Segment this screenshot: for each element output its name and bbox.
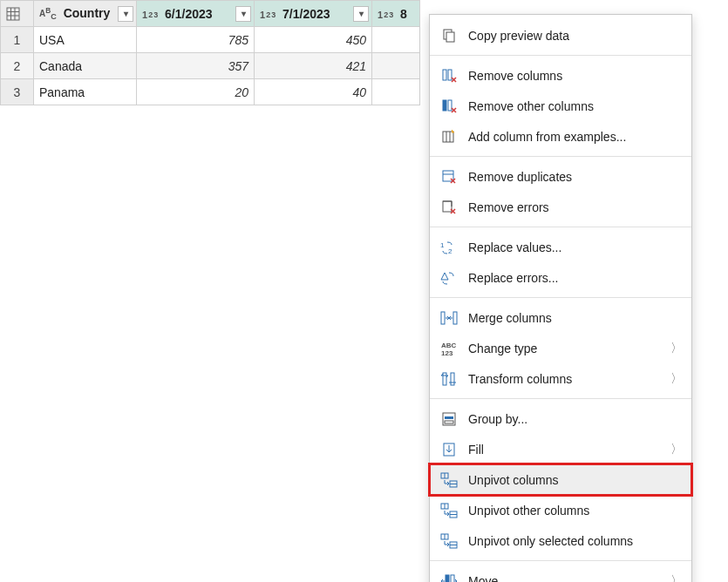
menu-fill[interactable]: Fill 〉 xyxy=(430,434,691,464)
menu-separator xyxy=(430,55,691,56)
data-grid[interactable]: ABC Country ▾ 123 6/1/2023 ▾ 123 7/1/202… xyxy=(0,0,420,105)
number-type-icon: 123 xyxy=(378,10,393,20)
select-all-corner[interactable] xyxy=(1,1,34,27)
menu-label: Change type xyxy=(468,342,683,355)
table-row[interactable]: 1 USA 785 450 xyxy=(1,27,420,53)
svg-rect-7 xyxy=(443,70,446,80)
menu-remove-duplicates[interactable]: Remove duplicates xyxy=(430,161,691,192)
column-filter-button[interactable]: ▾ xyxy=(118,6,133,22)
row-number: 1 xyxy=(1,27,34,53)
menu-copy-preview-data[interactable]: Copy preview data xyxy=(430,20,691,51)
menu-merge-columns[interactable]: Merge columns xyxy=(430,302,691,333)
cell-value[interactable] xyxy=(372,53,420,79)
menu-label: Merge columns xyxy=(468,311,683,325)
column-header-8-1-2023-partial[interactable]: 123 8 xyxy=(372,1,420,27)
remove-other-columns-icon xyxy=(439,98,459,115)
column-filter-button[interactable]: ▾ xyxy=(353,6,369,22)
change-type-icon: ABC123 xyxy=(439,340,459,357)
svg-rect-56 xyxy=(451,575,454,583)
menu-separator xyxy=(430,227,691,227)
column-header-7-1-2023[interactable]: 123 7/1/2023 ▾ xyxy=(255,1,372,27)
svg-rect-22 xyxy=(443,201,452,212)
row-number: 3 xyxy=(1,79,34,105)
merge-columns-icon xyxy=(439,309,459,327)
menu-label: Copy preview data xyxy=(468,29,683,43)
column-label: Country xyxy=(64,6,111,20)
cell-value[interactable] xyxy=(372,79,420,105)
cell-country[interactable]: Canada xyxy=(34,53,137,79)
svg-marker-27 xyxy=(441,273,448,280)
menu-unpivot-other-columns[interactable]: Unpivot other columns xyxy=(430,495,691,525)
menu-label: Add column from examples... xyxy=(468,130,683,144)
menu-move[interactable]: Move 〉 xyxy=(430,565,691,582)
menu-unpivot-columns[interactable]: Unpivot columns xyxy=(430,464,691,495)
cell-value[interactable]: 20 xyxy=(137,79,255,105)
menu-replace-values[interactable]: 12 Replace values... xyxy=(430,232,691,262)
column-label: 6/1/2023 xyxy=(165,7,213,21)
menu-label: Group by... xyxy=(468,412,683,426)
menu-unpivot-only-selected-columns[interactable]: Unpivot only selected columns xyxy=(430,525,691,556)
menu-replace-errors[interactable]: Replace errors... xyxy=(430,262,691,293)
column-filter-button[interactable]: ▾ xyxy=(235,6,251,22)
cell-value[interactable]: 357 xyxy=(137,53,255,79)
table-row[interactable]: 3 Panama 20 40 xyxy=(1,79,420,105)
move-icon xyxy=(439,572,459,583)
cell-country[interactable]: USA xyxy=(34,27,137,53)
transform-columns-icon xyxy=(439,370,459,388)
replace-errors-icon xyxy=(439,269,459,287)
remove-columns-icon xyxy=(439,67,459,85)
menu-group-by[interactable]: Group by... xyxy=(430,403,691,434)
add-column-examples-icon xyxy=(439,128,459,146)
column-label: 7/1/2023 xyxy=(282,7,330,21)
menu-separator xyxy=(430,297,691,298)
svg-rect-8 xyxy=(448,70,452,80)
menu-label: Remove duplicates xyxy=(468,170,683,184)
menu-remove-other-columns[interactable]: Remove other columns xyxy=(430,91,691,121)
menu-remove-columns[interactable]: Remove columns xyxy=(430,60,691,91)
cell-value[interactable]: 40 xyxy=(255,79,372,105)
svg-rect-12 xyxy=(448,100,452,111)
submenu-chevron-icon: 〉 xyxy=(670,573,683,583)
cell-country[interactable]: Panama xyxy=(34,79,137,105)
column-header-6-1-2023[interactable]: 123 6/1/2023 ▾ xyxy=(137,1,255,27)
menu-label: Transform columns xyxy=(468,372,683,386)
svg-rect-15 xyxy=(443,132,453,142)
unpivot-icon xyxy=(439,471,459,489)
submenu-chevron-icon: 〉 xyxy=(670,371,683,387)
menu-transform-columns[interactable]: Transform columns 〉 xyxy=(430,363,691,394)
svg-rect-6 xyxy=(446,32,454,42)
svg-rect-55 xyxy=(446,575,449,583)
cell-value[interactable]: 450 xyxy=(255,27,372,53)
svg-rect-29 xyxy=(453,312,457,324)
menu-label: Replace errors... xyxy=(468,271,683,285)
row-number: 2 xyxy=(1,53,34,79)
menu-label: Replace values... xyxy=(468,240,683,254)
svg-rect-39 xyxy=(445,416,453,419)
submenu-chevron-icon: 〉 xyxy=(670,442,683,457)
menu-remove-errors[interactable]: Remove errors xyxy=(430,192,691,222)
menu-change-type[interactable]: ABC123 Change type 〉 xyxy=(430,333,691,363)
remove-duplicates-icon xyxy=(439,168,459,186)
cell-value[interactable] xyxy=(372,27,420,53)
context-menu: Copy preview data Remove columns Remove … xyxy=(429,14,692,582)
cell-value[interactable]: 785 xyxy=(137,27,255,53)
column-label: 8 xyxy=(400,7,407,21)
fill-icon xyxy=(439,441,459,458)
svg-rect-40 xyxy=(445,421,453,423)
text-type-icon: ABC xyxy=(39,6,57,21)
cell-value[interactable]: 421 xyxy=(255,53,372,79)
menu-label: Unpivot only selected columns xyxy=(468,534,683,548)
svg-text:1: 1 xyxy=(440,241,445,249)
menu-add-column-from-examples[interactable]: Add column from examples... xyxy=(430,121,691,152)
svg-text:ABC: ABC xyxy=(441,342,457,349)
menu-label: Fill xyxy=(468,443,683,457)
svg-rect-0 xyxy=(7,8,19,20)
menu-label: Move xyxy=(468,574,683,583)
table-row[interactable]: 2 Canada 357 421 xyxy=(1,53,420,79)
column-header-country[interactable]: ABC Country ▾ xyxy=(34,1,137,27)
remove-errors-icon xyxy=(439,199,459,216)
header-row: ABC Country ▾ 123 6/1/2023 ▾ 123 7/1/202… xyxy=(1,1,420,27)
svg-text:2: 2 xyxy=(448,247,452,254)
submenu-chevron-icon: 〉 xyxy=(670,341,683,356)
svg-rect-11 xyxy=(443,100,446,111)
